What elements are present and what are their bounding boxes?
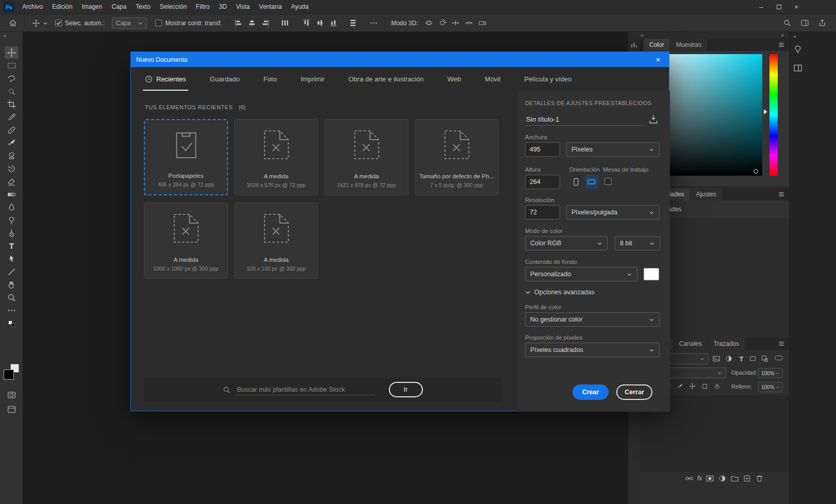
pen-tool[interactable]	[5, 227, 18, 239]
background-select[interactable]: Personalizado	[525, 267, 637, 281]
dock-collapse-left-icon[interactable]: «	[641, 32, 644, 39]
path-selection-tool[interactable]	[5, 253, 18, 265]
filter-type-layers-icon[interactable]	[736, 354, 746, 363]
preset-card-a-medida-2[interactable]: A medida 836 x 504 px @ 72 ppp	[324, 119, 408, 195]
lock-artboard-icon[interactable]	[700, 381, 709, 391]
eraser-tool[interactable]	[5, 175, 18, 188]
menu-imagen[interactable]: Imagen	[77, 0, 107, 14]
align-top-button[interactable]	[300, 16, 313, 30]
fardock-collapse-icon[interactable]: »	[793, 33, 796, 40]
quick-mask-button[interactable]	[5, 361, 18, 373]
default-colors-button[interactable]	[5, 320, 18, 328]
tab-movil[interactable]: Móvil	[485, 67, 500, 91]
tab-guardado[interactable]: Guardado	[210, 67, 240, 91]
artboards-checkbox[interactable]	[604, 178, 612, 185]
align-center-button[interactable]	[245, 16, 258, 30]
filter-pixel-layers-icon[interactable]	[712, 354, 721, 363]
preset-card-a-medida-3[interactable]: A medida 1000 x 1000 px @ 300 ppp	[144, 203, 228, 279]
create-button[interactable]: Crear	[572, 384, 609, 400]
tab-color[interactable]: Color	[644, 39, 670, 51]
link-layers-icon[interactable]	[685, 474, 694, 483]
add-mask-icon[interactable]	[706, 474, 714, 483]
save-preset-button[interactable]	[647, 112, 660, 126]
menu-vista[interactable]: Vista	[232, 0, 254, 14]
clone-stamp-tool[interactable]	[5, 149, 18, 162]
hand-tool[interactable]	[5, 278, 18, 291]
advanced-options-toggle[interactable]: Opciones avanzadas	[525, 289, 595, 296]
menu-ayuda[interactable]: Ayuda	[286, 0, 313, 14]
dialog-titlebar[interactable]: Nuevo Documento ×	[131, 52, 669, 67]
properties-panel-menu-icon[interactable]	[778, 191, 785, 198]
color-profile-select[interactable]: No gestionar color	[525, 312, 660, 327]
share-button[interactable]	[815, 16, 829, 30]
preset-card-a-medida-4[interactable]: A medida 100 x 100 px @ 300 ppp	[234, 203, 318, 279]
menu-texto[interactable]: Texto	[131, 0, 155, 14]
zoom-tool[interactable]	[5, 291, 18, 304]
menu-archivo[interactable]: Archivo	[18, 0, 47, 14]
layer-filter-toggle[interactable]	[775, 356, 783, 360]
orientation-landscape-button[interactable]	[585, 175, 598, 189]
width-input[interactable]	[525, 142, 560, 157]
resolution-unit-select[interactable]: Píxeles/pulgada	[566, 205, 660, 220]
tab-muestras[interactable]: Muestras	[670, 39, 707, 51]
tab-recientes[interactable]: Recientes	[145, 67, 186, 91]
3d-orbit-button[interactable]	[422, 16, 435, 30]
3d-camera-button[interactable]	[476, 16, 489, 30]
go-button[interactable]: Ir	[389, 382, 423, 397]
panel-group-icon[interactable]	[793, 63, 803, 73]
chevron-down-icon[interactable]	[43, 21, 48, 26]
tab-pelicula-video[interactable]: Película y vídeo	[524, 67, 571, 91]
marquee-tool[interactable]	[5, 59, 18, 72]
fill-input[interactable]: 100%	[758, 382, 783, 392]
dialog-close-icon[interactable]: ×	[652, 55, 664, 64]
screen-mode-button[interactable]	[5, 403, 18, 415]
lock-pixels-icon[interactable]	[675, 381, 684, 391]
tab-trazados[interactable]: Trazados	[708, 338, 745, 350]
opacity-input[interactable]: 100%	[758, 368, 783, 378]
workspace-button[interactable]	[798, 16, 811, 30]
tab-ajustes[interactable]: Ajustes	[690, 188, 722, 200]
menu-ventana[interactable]: Ventana	[254, 0, 286, 14]
menu-3d[interactable]: 3D	[214, 0, 231, 14]
menu-seleccion[interactable]: Selección	[155, 0, 191, 14]
blur-tool[interactable]	[5, 201, 18, 213]
healing-brush-tool[interactable]	[5, 124, 18, 136]
hue-slider[interactable]	[769, 54, 778, 176]
tab-foto[interactable]: Foto	[264, 67, 277, 91]
layers-panel-menu-icon[interactable]	[778, 340, 785, 347]
minimize-button[interactable]: –	[752, 0, 770, 14]
color-field-cursor[interactable]	[753, 169, 758, 174]
adjustment-layer-icon[interactable]	[718, 474, 727, 483]
lock-all-icon[interactable]	[712, 381, 722, 391]
crop-tool[interactable]	[5, 98, 18, 110]
close-button[interactable]: ×	[788, 0, 805, 14]
bit-depth-select[interactable]: 8 bit	[615, 236, 660, 250]
align-right-button[interactable]	[258, 16, 272, 30]
hue-slider-marker[interactable]	[764, 109, 767, 114]
resolution-input[interactable]	[525, 205, 560, 220]
learn-lightbulb-icon[interactable]	[793, 44, 803, 55]
align-middle-button[interactable]	[313, 16, 326, 30]
menu-filtro[interactable]: Filtro	[191, 0, 215, 14]
history-brush-tool[interactable]	[5, 162, 18, 175]
delete-layer-icon[interactable]	[755, 474, 764, 483]
color-panel-menu-icon[interactable]	[778, 41, 785, 48]
tab-obra-de-arte[interactable]: Obra de arte e ilustración	[349, 67, 424, 91]
background-color-swatch[interactable]	[644, 268, 659, 280]
3d-slide-button[interactable]	[462, 16, 476, 30]
more-align-options-button[interactable]	[367, 16, 380, 30]
orientation-portrait-button[interactable]	[569, 175, 583, 189]
lasso-tool[interactable]	[5, 72, 18, 85]
tab-canales[interactable]: Canales	[674, 338, 708, 350]
eyedropper-tool[interactable]	[5, 111, 18, 123]
toolbar-collapse-icon[interactable]: »	[3, 32, 6, 39]
menu-capa[interactable]: Capa	[107, 0, 131, 14]
maximize-button[interactable]	[770, 0, 788, 14]
menu-edicion[interactable]: Edición	[47, 0, 77, 14]
tab-web[interactable]: Web	[448, 67, 462, 91]
color-mode-select[interactable]: Color RGB	[525, 236, 608, 250]
pixel-aspect-select[interactable]: Píxeles cuadrados	[525, 343, 660, 357]
gradient-tool[interactable]	[5, 188, 18, 200]
collapsed-panel-icon[interactable]	[628, 41, 640, 49]
layer-effects-icon[interactable]: fx	[697, 475, 702, 482]
